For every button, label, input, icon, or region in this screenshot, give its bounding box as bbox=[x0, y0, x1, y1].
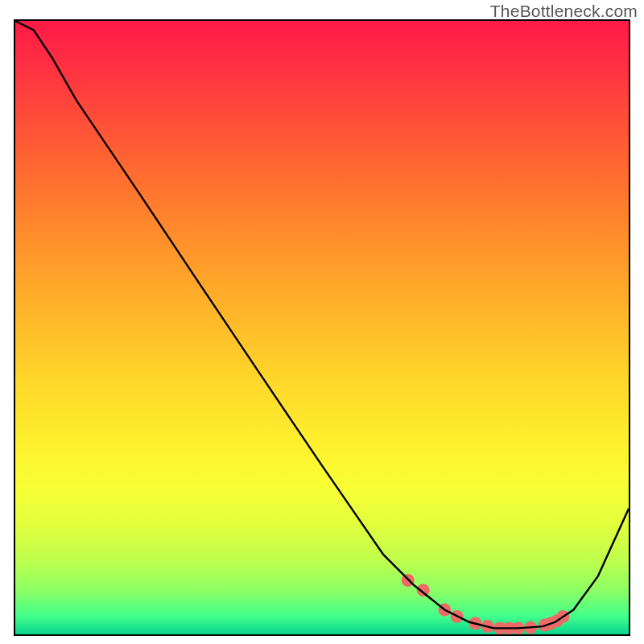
chart-plot-area bbox=[14, 19, 630, 636]
chart-curve-layer bbox=[15, 21, 629, 634]
chart-main-curve bbox=[15, 21, 629, 628]
watermark-text: TheBottleneck.com bbox=[490, 2, 638, 21]
